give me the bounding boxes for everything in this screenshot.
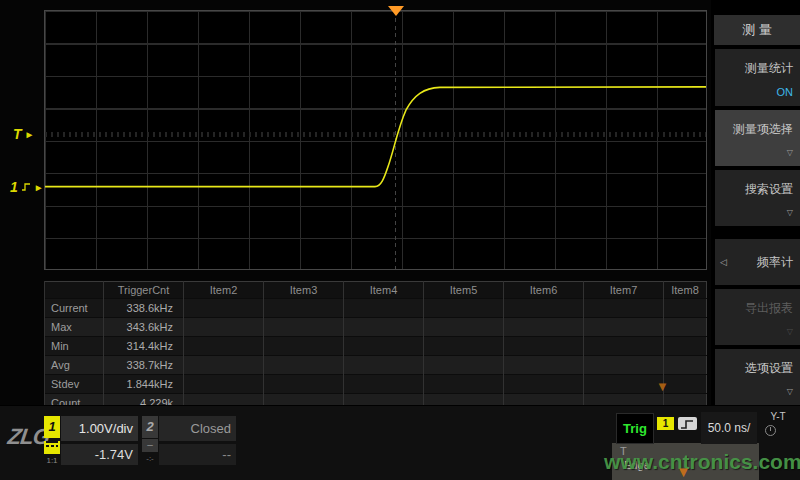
stat-value: 314.4kHz [104,337,184,356]
edge-step-icon [21,182,31,192]
stat-value: 1.844kHz [104,375,184,394]
channel1-ground-marker[interactable]: 1 ► [10,179,44,195]
stat-label: Stdev [45,375,104,394]
channel1-scale: 1.00V/div [61,416,138,441]
channel1-probe-ratio: 1:1 [44,456,60,465]
timebase-setting[interactable]: 50.0 ns/ [701,412,757,444]
display-mode-label[interactable]: Y-T [760,411,796,422]
channel2-badge-group[interactable]: 2 – -:- [142,416,158,463]
menu-sidebar: 测 量 测量统计 ON 测量项选择 ▽ 搜索设置 ▽ ◁ 频率计 导出报表 ▽ … [711,0,800,405]
trigger-level-label: T [13,126,22,142]
column-header: Item7 [584,282,664,299]
stat-label: Min [45,337,104,356]
dropdown-icon: ▽ [715,327,793,336]
channel1-trace [45,11,706,269]
trigger-status-button[interactable]: Trig [616,413,654,444]
menu-item-label: 测量统计 [715,60,793,77]
trigger-level-marker[interactable]: T ► [13,126,34,142]
trigger-position-marker[interactable] [388,6,404,16]
menu-item-value: ON [715,86,793,98]
stat-label: Max [45,318,104,337]
table-row: Max 343.6kHz [45,318,707,337]
menu-item-export-report[interactable]: 导出报表 ▽ [715,289,800,345]
column-header: Item6 [504,282,584,299]
table-header-row: TriggerCnt Item2 Item3 Item4 Item5 Item6… [45,282,707,299]
menu-item-label: 搜索设置 [715,181,793,198]
dropdown-icon: ▽ [715,387,793,396]
channel2-coupling-icon: – [142,439,158,452]
waveform-display[interactable] [44,10,707,270]
channel1-badge-group[interactable]: 1 1:1 [44,416,60,465]
column-header: Item4 [344,282,424,299]
dc-coupling-icon [44,441,60,454]
watermark-text: www.cntronics.com [604,450,800,474]
channel2-number-badge: 2 [142,416,158,438]
right-arrow-icon: ► [25,129,35,140]
rising-edge-icon[interactable] [678,417,697,430]
measurement-statistics-table: TriggerCnt Item2 Item3 Item4 Item5 Item6… [44,281,707,413]
trigger-source-channel-badge[interactable]: 1 [657,417,674,430]
menu-item-label: 导出报表 [715,300,793,317]
channel2-settings[interactable]: Closed -- [159,416,236,465]
stat-value: 338.7kHz [104,356,184,375]
table-row: Min 314.4kHz [45,337,707,356]
dropdown-icon: ▽ [715,208,793,217]
channel1-marker-label: 1 [10,179,18,195]
stat-label: Current [45,299,104,318]
channel1-offset: -1.74V [61,444,138,465]
menu-title: 测 量 [714,15,800,45]
menu-item-frequency-counter[interactable]: ◁ 频率计 [715,239,800,285]
stat-value: 343.6kHz [104,318,184,337]
table-row: Current 338.6kHz [45,299,707,318]
watermark-cursor-icon: ▼ [676,463,691,480]
menu-item-label: 频率计 [757,254,793,271]
dropdown-icon: ▽ [715,148,793,157]
channel2-probe-ratio: -:- [142,454,158,463]
channel2-offset: -- [159,444,236,465]
status-bar: ZLG® 1 1:1 1.00V/div -1.74V 2 – -:- Clos… [0,405,800,480]
menu-item-measure-stats[interactable]: 测量统计 ON [715,49,800,106]
table-row: Avg 338.7kHz [45,356,707,375]
column-header: Item5 [424,282,504,299]
stat-value: 338.6kHz [104,299,184,318]
clock-icon [765,425,776,436]
menu-item-search-settings[interactable]: 搜索设置 ▽ [715,170,800,226]
menu-item-measure-select[interactable]: 测量项选择 ▽ [715,110,800,166]
menu-item-label: 测量项选择 [715,121,793,138]
collapse-left-icon: ◁ [720,257,727,267]
column-header: Item2 [184,282,264,299]
menu-item-label: 选项设置 [715,360,793,377]
column-header: Item3 [264,282,344,299]
channel1-settings[interactable]: 1.00V/div -1.74V [61,416,138,465]
menu-item-option-settings[interactable]: 选项设置 ▽ [715,349,800,405]
stat-label: Avg [45,356,104,375]
channel2-status: Closed [159,416,236,441]
right-arrow-icon: ► [34,182,44,193]
column-header [45,282,104,299]
column-header: TriggerCnt [104,282,184,299]
table-row: Stdev 1.844kHz [45,375,707,394]
table-scroll-down-icon[interactable]: ▼ [656,380,669,393]
channel1-trace-path [45,87,706,187]
column-header: Item8 [664,282,707,299]
channel1-number-badge: 1 [44,416,60,438]
